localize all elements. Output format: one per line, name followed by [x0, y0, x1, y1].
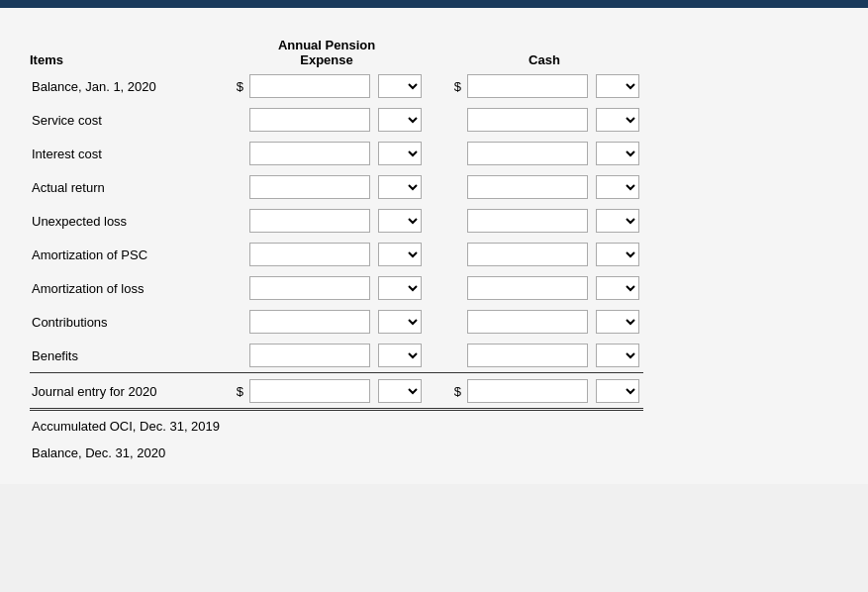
item-label: Amortization of loss	[30, 271, 228, 305]
annual-pension-header: Annual Pension Expense	[228, 28, 426, 69]
amount-input-1[interactable]	[249, 175, 370, 199]
input-cell-1	[245, 339, 374, 373]
spacer-cell	[426, 238, 445, 271]
debit-credit-select-2[interactable]: Dr.Cr.	[596, 243, 639, 266]
debit-credit-select-2[interactable]: Dr.Cr.	[596, 344, 639, 367]
debit-credit-select-2[interactable]: Dr.Cr.	[596, 108, 639, 132]
empty-cell	[228, 438, 838, 464]
dollar-sign-1: $	[228, 69, 245, 103]
input-cell-2	[463, 373, 592, 410]
input-cell-2	[463, 137, 592, 170]
dollar-sign-1	[228, 339, 245, 373]
dollar-sign-2	[445, 137, 463, 170]
debit-credit-select-2[interactable]: Dr.Cr.	[596, 142, 639, 165]
debit-credit-select-1[interactable]: Dr.Cr.	[378, 310, 422, 334]
amount-input-1[interactable]	[249, 344, 370, 367]
cash-header: Cash	[445, 28, 643, 69]
item-label: Benefits	[30, 339, 228, 373]
dollar-sign-1	[228, 137, 245, 170]
item-label: Unexpected loss	[30, 204, 228, 238]
amount-input-2[interactable]	[467, 243, 588, 266]
amount-input-1[interactable]	[249, 276, 370, 300]
amount-input-2[interactable]	[467, 276, 588, 300]
amount-input-2[interactable]	[467, 175, 588, 199]
amount-input-1[interactable]	[249, 108, 370, 132]
amount-input-1[interactable]	[249, 142, 370, 165]
dollar-sign-2	[445, 204, 463, 238]
input-cell-2	[463, 271, 592, 305]
dollar-sign-1	[228, 103, 245, 137]
dropdown-cell-1: Dr.Cr.	[374, 69, 426, 103]
amount-input-1[interactable]	[249, 310, 370, 334]
amount-input-2[interactable]	[467, 142, 588, 165]
dropdown-cell-2: Dr.Cr.	[592, 69, 643, 103]
dollar-sign-2: $	[445, 69, 463, 103]
debit-credit-select-2[interactable]: Dr.Cr.	[596, 175, 639, 199]
debit-credit-select-1[interactable]: Dr.Cr.	[378, 344, 422, 367]
dollar-sign-2	[445, 339, 463, 373]
debit-credit-select-1[interactable]: Dr.Cr.	[378, 108, 422, 132]
amount-input-2[interactable]	[467, 344, 588, 367]
items-header: Items	[30, 28, 228, 69]
input-cell-1	[245, 238, 374, 271]
page-wrapper: Items Annual Pension Expense Cash Balanc…	[0, 0, 868, 484]
table-row: Amortization of PSCDr.Cr.Dr.Cr.	[30, 238, 838, 271]
table-row: Interest costDr.Cr.Dr.Cr.	[30, 137, 838, 170]
table-row: BenefitsDr.Cr.Dr.Cr.	[30, 339, 838, 373]
input-cell-1	[245, 204, 374, 238]
debit-credit-select-1[interactable]: Dr.Cr.	[378, 379, 422, 403]
spacer-cell	[426, 305, 445, 339]
top-bar	[0, 0, 868, 8]
dropdown-cell-1: Dr.Cr.	[374, 373, 426, 410]
dropdown-cell-1: Dr.Cr.	[374, 204, 426, 238]
amount-input-1[interactable]	[249, 379, 370, 403]
debit-credit-select-1[interactable]: Dr.Cr.	[378, 243, 422, 266]
input-cell-2	[463, 339, 592, 373]
table-row: Balance, Jan. 1, 2020$Dr.Cr.$Dr.Cr.	[30, 69, 838, 103]
amount-input-2[interactable]	[467, 108, 588, 132]
table-body: Balance, Jan. 1, 2020$Dr.Cr.$Dr.Cr.Servi…	[30, 69, 838, 464]
item-label: Accumulated OCI, Dec. 31, 2019	[30, 410, 228, 439]
amount-input-2[interactable]	[467, 74, 588, 98]
table-row: Balance, Dec. 31, 2020	[30, 438, 838, 464]
spacer-cell	[426, 373, 445, 410]
amount-input-1[interactable]	[249, 74, 370, 98]
debit-credit-select-2[interactable]: Dr.Cr.	[596, 310, 639, 334]
debit-credit-select-1[interactable]: Dr.Cr.	[378, 74, 422, 98]
dropdown-cell-2: Dr.Cr.	[592, 204, 643, 238]
input-cell-2	[463, 305, 592, 339]
debit-credit-select-2[interactable]: Dr.Cr.	[596, 74, 639, 98]
spacer-cell	[426, 103, 445, 137]
col1-line1: Annual Pension	[278, 38, 375, 52]
amount-input-2[interactable]	[467, 310, 588, 334]
dollar-sign-2	[445, 170, 463, 204]
item-label: Service cost	[30, 103, 228, 137]
spacer-cell	[426, 339, 445, 373]
debit-credit-select-1[interactable]: Dr.Cr.	[378, 142, 422, 165]
debit-credit-select-2[interactable]: Dr.Cr.	[596, 209, 639, 233]
item-label: Journal entry for 2020	[30, 373, 228, 410]
input-cell-1	[245, 305, 374, 339]
amount-input-1[interactable]	[249, 209, 370, 233]
dollar-sign-2	[445, 305, 463, 339]
dollar-sign-2	[445, 271, 463, 305]
table-row: Service costDr.Cr.Dr.Cr.	[30, 103, 838, 137]
debit-credit-select-1[interactable]: Dr.Cr.	[378, 276, 422, 300]
table-container: Items Annual Pension Expense Cash Balanc…	[0, 8, 868, 484]
table-row: Amortization of lossDr.Cr.Dr.Cr.	[30, 271, 838, 305]
dropdown-cell-2: Dr.Cr.	[592, 373, 643, 410]
debit-credit-select-1[interactable]: Dr.Cr.	[378, 209, 422, 233]
debit-credit-select-1[interactable]: Dr.Cr.	[378, 175, 422, 199]
item-label: Actual return	[30, 170, 228, 204]
dollar-sign-1	[228, 204, 245, 238]
debit-credit-select-2[interactable]: Dr.Cr.	[596, 276, 639, 300]
spacer-cell	[426, 137, 445, 170]
dollar-sign-1	[228, 238, 245, 271]
amount-input-1[interactable]	[249, 243, 370, 266]
amount-input-2[interactable]	[467, 209, 588, 233]
dollar-sign-1	[228, 305, 245, 339]
debit-credit-select-2[interactable]: Dr.Cr.	[596, 379, 639, 403]
dropdown-cell-2: Dr.Cr.	[592, 170, 643, 204]
amount-input-2[interactable]	[467, 379, 588, 403]
item-label: Amortization of PSC	[30, 238, 228, 271]
